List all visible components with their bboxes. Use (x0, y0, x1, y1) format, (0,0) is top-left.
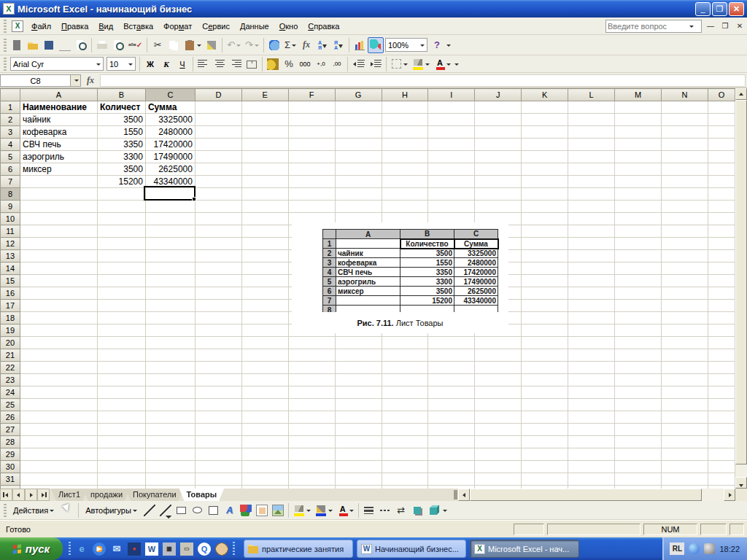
cell-N25[interactable] (661, 399, 708, 411)
sheet-tab-0[interactable]: Лист1 (51, 489, 88, 501)
cell-E26[interactable] (241, 411, 288, 424)
cell-C20[interactable] (145, 337, 195, 349)
cell-O9[interactable] (708, 201, 735, 213)
cell-E30[interactable] (241, 461, 288, 473)
cell-C31[interactable] (145, 473, 195, 486)
cell-N21[interactable] (661, 349, 708, 362)
cell-L20[interactable] (568, 337, 615, 349)
cell-A4[interactable]: СВЧ печь (20, 139, 97, 151)
cell-D19[interactable] (195, 324, 241, 337)
cell-A20[interactable] (20, 337, 97, 349)
cell-C4[interactable]: 17420000 (145, 139, 195, 151)
cell-C16[interactable] (145, 287, 195, 300)
cell-G26[interactable] (335, 411, 382, 424)
cell-I25[interactable] (428, 399, 475, 411)
cell-C12[interactable] (145, 238, 195, 250)
cell-I31[interactable] (428, 473, 475, 486)
chevron-down-icon[interactable] (446, 63, 451, 68)
copy-button[interactable] (166, 37, 182, 53)
cell-N1[interactable] (661, 101, 708, 114)
cell-D5[interactable] (195, 151, 241, 163)
cell-C7[interactable]: 43340000 (145, 176, 195, 188)
cell-N14[interactable] (661, 262, 708, 275)
row-header-14[interactable]: 14 (1, 262, 20, 275)
cell-D11[interactable] (195, 225, 241, 238)
cell-B22[interactable] (97, 362, 145, 374)
row-header-11[interactable]: 11 (1, 225, 20, 238)
cell-G24[interactable] (335, 386, 382, 399)
cell-K26[interactable] (522, 411, 568, 424)
cell-H28[interactable] (382, 436, 428, 448)
cell-K8[interactable] (522, 188, 568, 201)
cell-O18[interactable] (708, 312, 735, 324)
cell-B31[interactable] (97, 473, 145, 486)
window-restore-small[interactable]: ❐ (719, 20, 731, 32)
cell-C13[interactable] (145, 250, 195, 262)
cell-K30[interactable] (522, 461, 568, 473)
cell-D20[interactable] (195, 337, 241, 349)
cell-C17[interactable] (145, 300, 195, 312)
cell-D14[interactable] (195, 262, 241, 275)
cell-M11[interactable] (615, 225, 662, 238)
tray-volume-icon[interactable] (704, 543, 715, 554)
menu-item-2[interactable]: Вид (93, 20, 118, 33)
select-all-corner[interactable] (1, 89, 20, 101)
cell-C2[interactable]: 3325000 (145, 114, 195, 126)
cell-O29[interactable] (708, 448, 735, 461)
cell-B12[interactable] (97, 238, 145, 250)
cell-M23[interactable] (615, 374, 662, 386)
cell-A14[interactable] (20, 262, 97, 275)
cell-O27[interactable] (708, 424, 735, 436)
cell-C10[interactable] (145, 213, 195, 225)
cell-F31[interactable] (288, 473, 335, 486)
cell-E6[interactable] (241, 163, 288, 176)
cell-F29[interactable] (288, 448, 335, 461)
cell-H1[interactable] (382, 101, 428, 114)
cell-D29[interactable] (195, 448, 241, 461)
cell-M7[interactable] (615, 176, 662, 188)
scroll-right-button[interactable] (724, 489, 735, 501)
cell-K25[interactable] (522, 399, 568, 411)
cell-N16[interactable] (661, 287, 708, 300)
cell-A22[interactable] (20, 362, 97, 374)
cell-K17[interactable] (522, 300, 568, 312)
cell-K22[interactable] (522, 362, 568, 374)
cell-L9[interactable] (568, 201, 615, 213)
text-box-button[interactable] (206, 502, 222, 518)
row-header-7[interactable]: 7 (1, 176, 20, 188)
cell-N5[interactable] (661, 151, 708, 163)
cell-N9[interactable] (661, 201, 708, 213)
cell-D25[interactable] (195, 399, 241, 411)
cell-B26[interactable] (97, 411, 145, 424)
align-right-button[interactable] (228, 56, 244, 72)
cell-D22[interactable] (195, 362, 241, 374)
cell-O8[interactable] (708, 188, 735, 201)
cell-M17[interactable] (615, 300, 662, 312)
floppy-utility-icon[interactable]: ● (128, 542, 141, 556)
cell-L6[interactable] (568, 163, 615, 176)
row-header-9[interactable]: 9 (1, 201, 20, 213)
toolbar-grip[interactable] (4, 39, 7, 52)
cell-N6[interactable] (661, 163, 708, 176)
cell-O11[interactable] (708, 225, 735, 238)
cell-L19[interactable] (568, 324, 615, 337)
cell-E5[interactable] (241, 151, 288, 163)
row-header-16[interactable]: 16 (1, 287, 20, 300)
cell-J26[interactable] (475, 411, 522, 424)
redo-button[interactable]: ↷ (243, 37, 261, 53)
printer-icon[interactable]: ▭ (180, 542, 193, 556)
toolbar-grip[interactable] (4, 504, 7, 517)
cell-A21[interactable] (20, 349, 97, 362)
cell-E12[interactable] (241, 238, 288, 250)
cell-M4[interactable] (615, 139, 662, 151)
cell-B14[interactable] (97, 262, 145, 275)
cell-G20[interactable] (335, 337, 382, 349)
cell-B5[interactable]: 3300 (97, 151, 145, 163)
cell-A8[interactable] (20, 188, 97, 201)
cell-K23[interactable] (522, 374, 568, 386)
cell-F22[interactable] (288, 362, 335, 374)
col-header-G[interactable]: G (335, 89, 382, 101)
cell-E23[interactable] (241, 374, 288, 386)
align-center-button[interactable] (212, 56, 228, 72)
window-minimize-small[interactable]: — (705, 20, 716, 32)
